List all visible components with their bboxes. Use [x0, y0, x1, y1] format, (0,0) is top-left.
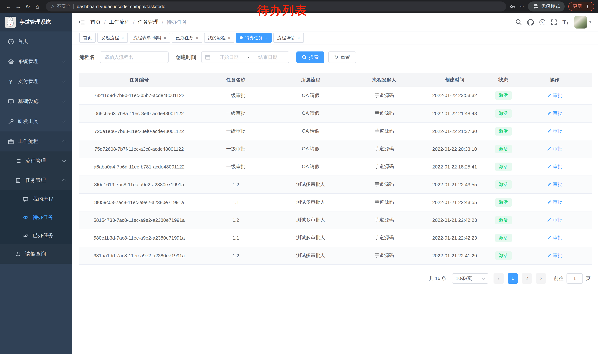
approve-link[interactable]: 审批: [547, 217, 562, 223]
gear-icon: [8, 58, 14, 65]
font-size-icon[interactable]: TT: [562, 19, 569, 25]
approve-link[interactable]: 审批: [547, 199, 562, 205]
app-logo[interactable]: 芋道管理系统: [0, 13, 72, 32]
sidebar-item-task-management[interactable]: 任务管理: [0, 171, 72, 190]
user-menu[interactable]: ▾: [574, 16, 591, 28]
forward-icon[interactable]: →: [13, 2, 23, 11]
tab-label: 发起流程: [101, 35, 119, 41]
security-label[interactable]: 不安全: [57, 3, 71, 10]
sidebar-item-home[interactable]: 首页: [0, 32, 72, 51]
cell-created: 2022-01-21 22:43:55: [420, 193, 490, 211]
cell-task-name: 1.1: [199, 229, 273, 247]
approve-link[interactable]: 审批: [547, 110, 562, 117]
address-divider: [74, 4, 74, 9]
breadcrumb-workflow[interactable]: 工作流程: [109, 19, 130, 25]
sidebar-item-label: 支付管理: [18, 78, 39, 85]
next-page-button[interactable]: ›: [536, 273, 546, 283]
sidebar-item-process-management[interactable]: 流程管理: [0, 152, 72, 171]
url-text: dashboard.yudao.iocoder.cn/bpm/task/todo: [77, 4, 166, 9]
password-key-icon[interactable]: [510, 4, 516, 9]
cell-action: 审批: [517, 211, 592, 229]
close-icon[interactable]: ×: [196, 35, 199, 40]
cell-status: 激活: [490, 193, 517, 211]
sidebar-item-leave-query[interactable]: 请假查询: [0, 244, 72, 264]
approve-link[interactable]: 审批: [547, 146, 562, 152]
browser-menu-icon[interactable]: ⋮: [585, 4, 590, 9]
update-browser-button[interactable]: 更新 ⋮: [568, 2, 594, 11]
update-label: 更新: [573, 3, 582, 10]
sidebar-item-label: 工作流程: [18, 138, 39, 145]
status-badge: 激活: [495, 198, 512, 206]
end-date-input[interactable]: [250, 54, 286, 60]
cell-status: 激活: [490, 140, 517, 158]
status-badge: 激活: [495, 162, 512, 171]
tab-done-task[interactable]: 已办任务 ×: [172, 33, 202, 43]
tab-todo-task-active[interactable]: 待办任务 ×: [236, 33, 272, 43]
search-button[interactable]: 搜索: [296, 51, 324, 63]
search-form: 流程名 创建时间 -: [79, 51, 590, 63]
tab-process-form-edit[interactable]: 流程表单-编辑 ×: [130, 33, 170, 43]
tab-process-detail[interactable]: 流程详情 ×: [274, 33, 304, 43]
breadcrumb-home[interactable]: 首页: [91, 19, 101, 25]
date-range-picker[interactable]: -: [201, 51, 289, 63]
tab-label: 待办任务: [245, 35, 263, 41]
prev-page-button[interactable]: ‹: [493, 273, 504, 283]
sidebar-item-system[interactable]: 系统管理: [0, 51, 72, 72]
page-content: 流程名 创建时间 -: [72, 44, 598, 364]
goto-page-input[interactable]: [566, 273, 583, 283]
cell-task-name: 一级审批: [199, 158, 273, 176]
bookmark-star-icon[interactable]: ☆: [520, 4, 524, 9]
approve-link[interactable]: 审批: [547, 235, 562, 241]
pencil-icon: [547, 93, 551, 98]
pencil-icon: [547, 164, 551, 169]
tab-start-process[interactable]: 发起流程 ×: [98, 33, 128, 43]
close-icon[interactable]: ×: [297, 35, 300, 40]
page-size-select[interactable]: 10条/页: [452, 273, 488, 283]
reload-icon[interactable]: ↻: [23, 2, 33, 11]
cell-initiator: 芋道源码: [349, 122, 420, 140]
process-name-label: 流程名: [79, 54, 95, 61]
reset-button[interactable]: ↻ 重置: [328, 51, 356, 63]
cell-task-name: 一级审批: [199, 87, 273, 105]
tab-home[interactable]: 首页: [79, 33, 96, 43]
process-name-input[interactable]: [100, 51, 169, 63]
cell-status: 激活: [490, 105, 517, 122]
sidebar-item-infrastructure[interactable]: 基础设施: [0, 91, 72, 112]
close-icon[interactable]: ×: [228, 35, 231, 40]
sidebar-item-devtools[interactable]: 研发工具: [0, 112, 72, 131]
page-button-1[interactable]: 1: [507, 273, 518, 283]
avatar[interactable]: [574, 16, 587, 28]
breadcrumb-task-management[interactable]: 任务管理: [138, 19, 158, 25]
sidebar-item-my-process[interactable]: 我的流程: [0, 190, 72, 208]
cell-task-name: 一级审批: [199, 122, 273, 140]
table-row: a6aba0a4-7b6d-11ec-b781-acde48001122 一级审…: [79, 158, 592, 176]
approve-link[interactable]: 审批: [547, 252, 562, 259]
tab-my-process[interactable]: 我的流程 ×: [204, 33, 234, 43]
pencil-icon: [547, 218, 551, 222]
pencil-icon: [547, 182, 551, 187]
help-icon[interactable]: ?: [540, 19, 545, 25]
search-icon[interactable]: [515, 19, 522, 25]
sidebar-item-workflow[interactable]: 工作流程: [0, 131, 72, 152]
approve-link[interactable]: 审批: [547, 181, 562, 188]
approve-link[interactable]: 审批: [547, 163, 562, 170]
github-icon[interactable]: [527, 19, 534, 25]
home-icon[interactable]: ⌂: [33, 2, 42, 11]
collapse-sidebar-icon[interactable]: [78, 19, 85, 25]
close-icon[interactable]: ×: [164, 35, 166, 40]
status-badge: 激活: [495, 109, 512, 118]
sidebar-item-done-task[interactable]: 已办任务: [0, 226, 72, 244]
approve-link[interactable]: 审批: [547, 92, 562, 99]
start-date-input[interactable]: [211, 54, 247, 60]
fullscreen-icon[interactable]: [551, 19, 557, 25]
close-icon[interactable]: ×: [265, 35, 268, 40]
chevron-down-icon: [482, 276, 485, 280]
cell-created: 2022-01-22 18:25:41: [420, 158, 490, 176]
sidebar-item-todo-task[interactable]: 待办任务: [0, 208, 72, 226]
back-icon[interactable]: ←: [4, 2, 13, 11]
close-icon[interactable]: ×: [121, 35, 124, 40]
cell-status: 激活: [490, 87, 517, 105]
page-button-2[interactable]: 2: [522, 273, 532, 283]
sidebar-item-payment[interactable]: ¥ 支付管理: [0, 72, 72, 91]
approve-link[interactable]: 审批: [547, 128, 562, 134]
